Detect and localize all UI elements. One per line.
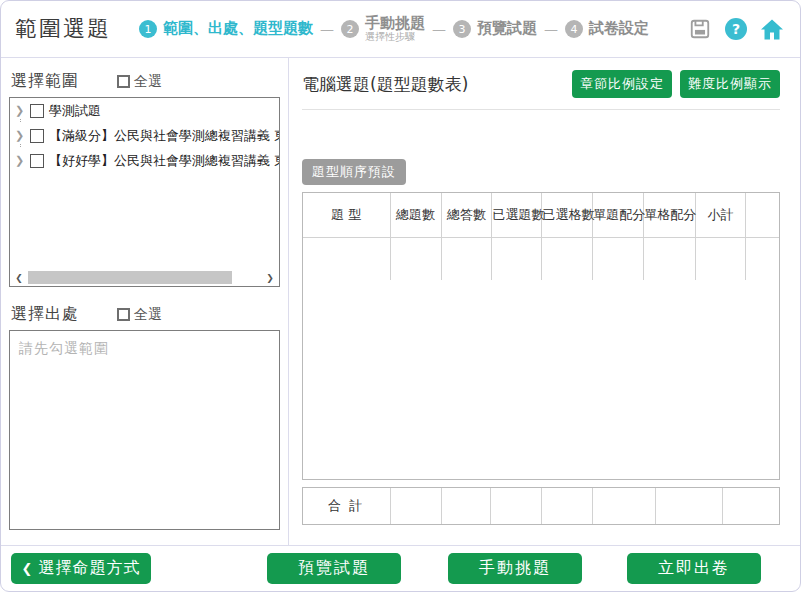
total-table: 合 計 (302, 487, 780, 525)
generate-exam-button[interactable]: 立即出卷 (627, 553, 761, 584)
step-1-label: 範圍、出處、題型題數 (163, 21, 313, 37)
chapter-ratio-button[interactable]: 章節比例設定 (572, 70, 672, 98)
table-header-cell: 已選題數 (492, 193, 542, 237)
step-1-number: 1 (139, 20, 157, 38)
manual-pick-button[interactable]: 手動挑題 (448, 553, 582, 584)
range-section-title: 選擇範圍 (11, 71, 79, 92)
table-header-cell: 總答數 (441, 193, 492, 237)
total-label-cell: 合 計 (303, 488, 390, 524)
range-select-all-checkbox[interactable] (117, 75, 130, 88)
tree-item-label[interactable]: 學測試題 (49, 102, 101, 120)
table-header-cell: 小計 (696, 193, 746, 237)
scroll-left-icon[interactable]: ❮ (12, 273, 26, 283)
table-cell (696, 237, 746, 280)
range-select-all[interactable]: 全選 (117, 73, 162, 91)
main-panel-header: 電腦選題(題型題數表) 章節比例設定 難度比例顯示 (302, 70, 780, 110)
bottom-bar: ❮ 選擇命題方式 預覽試題 手動挑題 立即出卷 (1, 545, 800, 591)
home-icon[interactable] (760, 17, 784, 41)
back-button-label: 選擇命題方式 (38, 558, 140, 579)
total-cell (593, 488, 656, 524)
main-panel: 電腦選題(題型題數表) 章節比例設定 難度比例顯示 題型順序預設 題 型 總題數 (289, 58, 800, 545)
tree-item[interactable]: ❯ 學測試題 (10, 98, 279, 123)
table-cell (390, 237, 441, 280)
step-1[interactable]: 1 範圍、出處、題型題數 (139, 20, 313, 38)
step-4-number: 4 (565, 20, 583, 38)
app-window: 範圍選題 1 範圍、出處、題型題數 — 2 手動挑題 選擇性步驟 — 3 預覽試… (0, 0, 801, 592)
back-to-method-button[interactable]: ❮ 選擇命題方式 (11, 553, 151, 584)
table-header-cell: 單題配分 (593, 193, 644, 237)
tree-item-checkbox[interactable] (30, 129, 44, 143)
range-tree: ❯ 學測試題 ❯ 【滿級分】公民與社會學測總複習講義 東大 ❯ 【好好學】公民與… (9, 97, 280, 287)
tree-item[interactable]: ❯ 【滿級分】公民與社會學測總複習講義 東大 (10, 123, 279, 148)
table-cell (542, 237, 593, 280)
step-3-label: 預覽試題 (477, 21, 537, 37)
preview-questions-button[interactable]: 預覽試題 (267, 553, 401, 584)
total-cell (441, 488, 491, 524)
table-header-cell: 總題數 (390, 193, 441, 237)
total-cell (390, 488, 441, 524)
tree-item-checkbox[interactable] (30, 154, 44, 168)
source-list: 請先勾選範圍 (9, 330, 280, 530)
content-area: 選擇範圍 全選 ❯ 學測試題 ❯ 【滿級分】公民與社會學測總複習講義 (1, 58, 800, 545)
save-icon[interactable] (688, 17, 712, 41)
total-cell (542, 488, 593, 524)
step-3-number: 3 (453, 20, 471, 38)
step-2-sublabel: 選擇性步驟 (365, 32, 425, 43)
left-panel: 選擇範圍 全選 ❯ 學測試題 ❯ 【滿級分】公民與社會學測總複習講義 (1, 58, 289, 545)
scrollbar-track[interactable] (26, 271, 263, 284)
question-type-table: 題 型 總題數 總答數 已選題數 已選格數 單題配分 單格配分 小計 (302, 192, 780, 480)
expand-chevron-icon[interactable]: ❯ (15, 104, 27, 117)
table-cell (746, 237, 779, 280)
source-placeholder: 請先勾選範圍 (19, 340, 109, 356)
main-header-buttons: 章節比例設定 難度比例顯示 (572, 70, 780, 98)
source-select-all-checkbox[interactable] (117, 308, 130, 321)
total-row: 合 計 (303, 488, 779, 524)
scroll-right-icon[interactable]: ❯ (263, 273, 277, 283)
tree-item-label[interactable]: 【好好學】公民與社會學測總複習講義 東大 (49, 152, 279, 170)
type-order-default-button[interactable]: 題型順序預設 (302, 159, 406, 185)
tree-item-label[interactable]: 【滿級分】公民與社會學測總複習講義 東大 (49, 127, 279, 145)
table-header-cell: 題 型 (303, 193, 390, 237)
horizontal-scrollbar[interactable]: ❮ ❯ (10, 269, 279, 286)
back-chevron-icon: ❮ (22, 561, 34, 576)
total-cell (656, 488, 723, 524)
table-cell (644, 237, 696, 280)
step-2-label: 手動挑題 (365, 16, 425, 32)
tree-item-checkbox[interactable] (30, 104, 44, 118)
step-4-label: 試卷設定 (589, 21, 649, 37)
source-select-all-label: 全選 (134, 306, 162, 324)
tree-item[interactable]: ❯ 【好好學】公民與社會學測總複習講義 東大 (10, 148, 279, 173)
scrollbar-thumb[interactable] (28, 271, 232, 284)
page-title: 範圍選題 (15, 14, 111, 44)
range-section-header: 選擇範圍 全選 (11, 71, 278, 92)
help-icon[interactable]: ? (725, 18, 747, 40)
table-cell (593, 237, 644, 280)
source-select-all[interactable]: 全選 (117, 306, 162, 324)
total-cell (491, 488, 542, 524)
source-section-title: 選擇出處 (11, 304, 79, 325)
step-separator: — (432, 21, 446, 37)
table-header-cell (746, 193, 779, 237)
total-cell (723, 488, 779, 524)
app-header: 範圍選題 1 範圍、出處、題型題數 — 2 手動挑題 選擇性步驟 — 3 預覽試… (1, 1, 800, 58)
step-3[interactable]: 3 預覽試題 (453, 20, 537, 38)
table-header-row: 題 型 總題數 總答數 已選題數 已選格數 單題配分 單格配分 小計 (303, 193, 779, 237)
table-header-cell: 已選格數 (542, 193, 593, 237)
step-separator: — (544, 21, 558, 37)
step-2[interactable]: 2 手動挑題 選擇性步驟 (341, 16, 425, 42)
difficulty-ratio-button[interactable]: 難度比例顯示 (680, 70, 780, 98)
step-4[interactable]: 4 試卷設定 (565, 20, 649, 38)
step-2-number: 2 (341, 20, 359, 38)
expand-chevron-icon[interactable]: ❯ (15, 154, 27, 167)
step-separator: — (320, 21, 334, 37)
header-icons: ? (688, 17, 784, 41)
table-header-cell: 單格配分 (644, 193, 696, 237)
table-cell (441, 237, 492, 280)
step-indicator: 1 範圍、出處、題型題數 — 2 手動挑題 選擇性步驟 — 3 預覽試題 — 4… (139, 16, 688, 42)
table-row (303, 237, 779, 280)
source-section-header: 選擇出處 全選 (11, 304, 278, 325)
table-cell (303, 237, 390, 280)
main-panel-title: 電腦選題(題型題數表) (302, 73, 468, 96)
range-select-all-label: 全選 (134, 73, 162, 91)
expand-chevron-icon[interactable]: ❯ (15, 129, 27, 142)
